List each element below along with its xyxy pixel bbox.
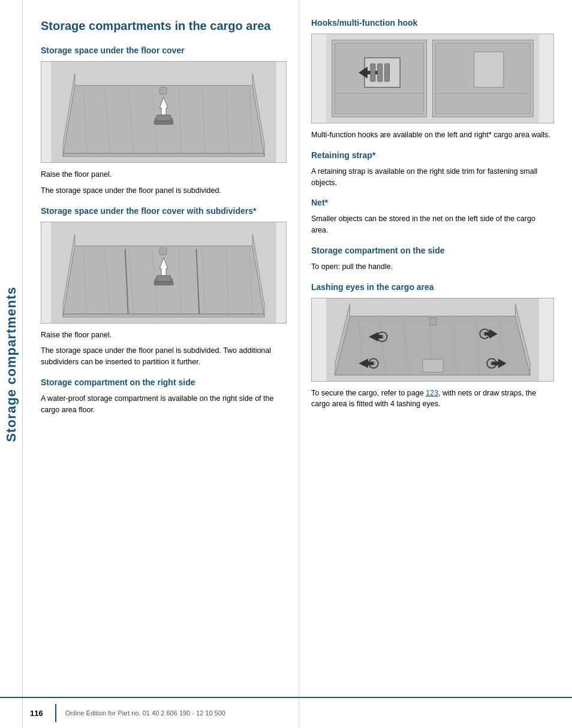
svg-rect-44 [371,64,375,81]
svg-rect-37 [154,281,173,285]
section-heading-hooks: Hooks/multi-function hook [311,18,554,28]
page-link[interactable]: 123 [426,389,438,397]
hooks-para1: Multi-function hooks are available on th… [311,129,554,141]
svg-rect-45 [378,64,383,81]
page-title: Storage compartments in the cargo area [41,18,287,34]
section-heading-storage-side: Storage compartment on the side [311,246,554,255]
footer-divider [55,704,56,722]
svg-rect-75 [430,318,437,325]
right-column: Hooks/multi-function hook [299,0,572,728]
svg-rect-48 [474,52,504,87]
section-heading-3: Storage compartment on the right side [41,377,287,387]
svg-rect-34 [159,247,167,255]
sidebar-tab: Storage compartments [0,0,23,728]
svg-rect-36 [156,275,171,281]
svg-rect-46 [385,64,390,81]
svg-rect-16 [156,115,171,121]
retaining-para1: A retaining strap is available on the ri… [311,166,554,189]
section1-para1: Raise the floor panel. [41,169,287,180]
section-heading-net: Net* [311,198,554,207]
section2-para1: Raise the floor panel. [41,330,287,341]
net-para1: Smaller objects can be stored in the net… [311,213,554,236]
svg-rect-74 [423,359,444,372]
lashing-para1-suffix: , with nets or draw straps, the cargo ar… [311,389,536,409]
page-footer: 116 Online Edition for Part no. 01 40 2 … [0,697,572,728]
cargo-floor-diagram-1 [41,61,287,163]
left-column: Storage compartments in the cargo area S… [23,0,299,728]
section1-para2: The storage space under the floor panel … [41,185,287,197]
svg-rect-14 [159,87,167,94]
section-heading-retaining: Retaining strap* [311,150,554,160]
page-number: 116 [30,709,43,718]
lashing-eyes-diagram [311,298,554,382]
section-heading-2: Storage space under the floor cover with… [41,206,287,216]
svg-rect-17 [154,121,173,125]
storage-side-para1: To open: pull the handle. [311,261,554,273]
section2-para2: The storage space under the floor panel … [41,345,287,368]
sidebar-label: Storage compartments [4,286,19,442]
section-heading-lashing: Lashing eyes in the cargo area [311,282,554,292]
section-heading-1: Storage space under the floor cover [41,46,287,55]
section3-para1: A water-proof storage compartment is ava… [41,393,287,416]
hooks-diagram [311,34,554,123]
lashing-para1: To secure the cargo, refer to page 123, … [311,388,554,410]
footer-text: Online Edition for Part no. 01 40 2 606 … [65,709,225,717]
cargo-floor-diagram-2 [41,222,287,324]
